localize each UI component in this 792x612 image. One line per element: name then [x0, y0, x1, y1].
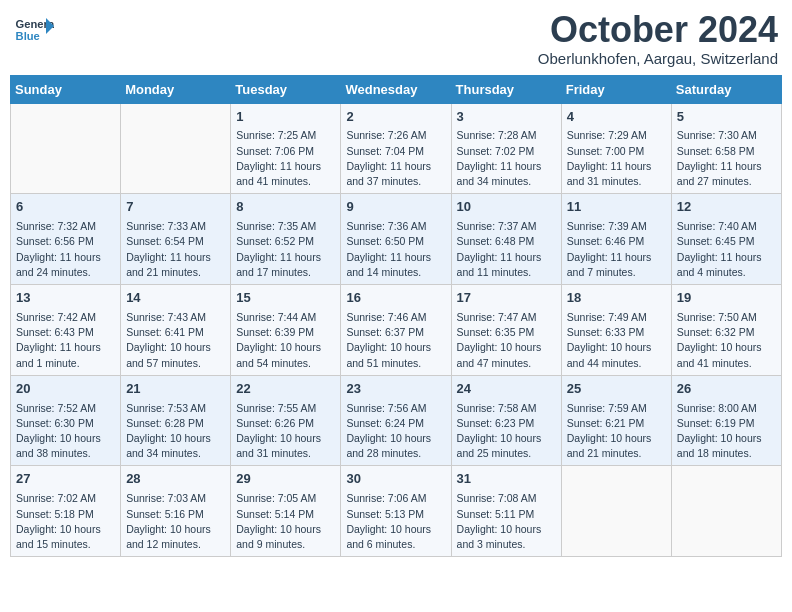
cell-info-line: Sunset: 7:04 PM [346, 144, 445, 159]
cell-info-line: Daylight: 10 hours and 47 minutes. [457, 340, 556, 370]
cell-info-line: Daylight: 11 hours and 11 minutes. [457, 250, 556, 280]
weekday-header-cell: Sunday [11, 75, 121, 103]
calendar-body: 1Sunrise: 7:25 AMSunset: 7:06 PMDaylight… [11, 103, 782, 557]
day-number: 20 [16, 380, 115, 399]
calendar-week-row: 13Sunrise: 7:42 AMSunset: 6:43 PMDayligh… [11, 285, 782, 376]
cell-info-line: Sunset: 6:32 PM [677, 325, 776, 340]
cell-info-line: Sunrise: 7:37 AM [457, 219, 556, 234]
cell-info-line: Sunset: 7:00 PM [567, 144, 666, 159]
day-number: 6 [16, 198, 115, 217]
cell-info-line: Daylight: 10 hours and 41 minutes. [677, 340, 776, 370]
calendar-week-row: 1Sunrise: 7:25 AMSunset: 7:06 PMDaylight… [11, 103, 782, 194]
day-number: 17 [457, 289, 556, 308]
cell-info-line: Sunset: 6:54 PM [126, 234, 225, 249]
cell-info-line: Daylight: 11 hours and 21 minutes. [126, 250, 225, 280]
calendar-cell: 24Sunrise: 7:58 AMSunset: 6:23 PMDayligh… [451, 375, 561, 466]
cell-info-line: Daylight: 11 hours and 7 minutes. [567, 250, 666, 280]
weekday-header-cell: Saturday [671, 75, 781, 103]
cell-info-line: Sunrise: 7:53 AM [126, 401, 225, 416]
calendar-cell: 27Sunrise: 7:02 AMSunset: 5:18 PMDayligh… [11, 466, 121, 557]
day-number: 27 [16, 470, 115, 489]
calendar-cell: 14Sunrise: 7:43 AMSunset: 6:41 PMDayligh… [121, 285, 231, 376]
cell-info-line: Sunset: 5:18 PM [16, 507, 115, 522]
cell-info-line: Daylight: 10 hours and 57 minutes. [126, 340, 225, 370]
day-number: 9 [346, 198, 445, 217]
weekday-header-cell: Monday [121, 75, 231, 103]
day-number: 3 [457, 108, 556, 127]
cell-info-line: Daylight: 11 hours and 4 minutes. [677, 250, 776, 280]
cell-info-line: Daylight: 11 hours and 34 minutes. [457, 159, 556, 189]
cell-info-line: Sunset: 6:43 PM [16, 325, 115, 340]
cell-info-line: Sunrise: 7:50 AM [677, 310, 776, 325]
cell-info-line: Sunrise: 7:03 AM [126, 491, 225, 506]
calendar-cell [561, 466, 671, 557]
calendar-week-row: 6Sunrise: 7:32 AMSunset: 6:56 PMDaylight… [11, 194, 782, 285]
weekday-header-cell: Tuesday [231, 75, 341, 103]
cell-info-line: Sunrise: 7:43 AM [126, 310, 225, 325]
cell-info-line: Daylight: 11 hours and 37 minutes. [346, 159, 445, 189]
cell-info-line: Sunrise: 7:25 AM [236, 128, 335, 143]
title-block: October 2024 Oberlunkhofen, Aargau, Swit… [538, 10, 778, 67]
cell-info-line: Sunrise: 7:28 AM [457, 128, 556, 143]
location-title: Oberlunkhofen, Aargau, Switzerland [538, 50, 778, 67]
day-number: 8 [236, 198, 335, 217]
calendar-cell: 9Sunrise: 7:36 AMSunset: 6:50 PMDaylight… [341, 194, 451, 285]
cell-info-line: Sunrise: 7:49 AM [567, 310, 666, 325]
cell-info-line: Daylight: 11 hours and 27 minutes. [677, 159, 776, 189]
day-number: 26 [677, 380, 776, 399]
cell-info-line: Daylight: 10 hours and 28 minutes. [346, 431, 445, 461]
cell-info-line: Sunset: 5:14 PM [236, 507, 335, 522]
cell-info-line: Sunrise: 7:06 AM [346, 491, 445, 506]
cell-info-line: Sunset: 6:33 PM [567, 325, 666, 340]
cell-info-line: Sunset: 5:13 PM [346, 507, 445, 522]
cell-info-line: Sunrise: 7:46 AM [346, 310, 445, 325]
calendar-cell: 8Sunrise: 7:35 AMSunset: 6:52 PMDaylight… [231, 194, 341, 285]
day-number: 25 [567, 380, 666, 399]
day-number: 23 [346, 380, 445, 399]
cell-info-line: Sunset: 6:37 PM [346, 325, 445, 340]
day-number: 16 [346, 289, 445, 308]
cell-info-line: Daylight: 10 hours and 44 minutes. [567, 340, 666, 370]
day-number: 7 [126, 198, 225, 217]
cell-info-line: Sunrise: 7:29 AM [567, 128, 666, 143]
cell-info-line: Sunset: 6:19 PM [677, 416, 776, 431]
cell-info-line: Sunset: 6:39 PM [236, 325, 335, 340]
cell-info-line: Daylight: 10 hours and 21 minutes. [567, 431, 666, 461]
cell-info-line: Daylight: 10 hours and 38 minutes. [16, 431, 115, 461]
cell-info-line: Sunrise: 7:59 AM [567, 401, 666, 416]
cell-info-line: Sunrise: 7:30 AM [677, 128, 776, 143]
day-number: 28 [126, 470, 225, 489]
calendar-cell: 4Sunrise: 7:29 AMSunset: 7:00 PMDaylight… [561, 103, 671, 194]
cell-info-line: Daylight: 10 hours and 54 minutes. [236, 340, 335, 370]
calendar-cell: 13Sunrise: 7:42 AMSunset: 6:43 PMDayligh… [11, 285, 121, 376]
day-number: 31 [457, 470, 556, 489]
cell-info-line: Daylight: 11 hours and 14 minutes. [346, 250, 445, 280]
calendar-cell: 18Sunrise: 7:49 AMSunset: 6:33 PMDayligh… [561, 285, 671, 376]
cell-info-line: Daylight: 11 hours and 17 minutes. [236, 250, 335, 280]
calendar-week-row: 27Sunrise: 7:02 AMSunset: 5:18 PMDayligh… [11, 466, 782, 557]
calendar-cell: 22Sunrise: 7:55 AMSunset: 6:26 PMDayligh… [231, 375, 341, 466]
cell-info-line: Sunset: 6:48 PM [457, 234, 556, 249]
day-number: 19 [677, 289, 776, 308]
cell-info-line: Sunset: 5:16 PM [126, 507, 225, 522]
day-number: 15 [236, 289, 335, 308]
calendar-cell: 10Sunrise: 7:37 AMSunset: 6:48 PMDayligh… [451, 194, 561, 285]
calendar-week-row: 20Sunrise: 7:52 AMSunset: 6:30 PMDayligh… [11, 375, 782, 466]
cell-info-line: Sunrise: 7:44 AM [236, 310, 335, 325]
cell-info-line: Sunset: 6:41 PM [126, 325, 225, 340]
logo: General Blue [14, 10, 58, 50]
day-number: 1 [236, 108, 335, 127]
calendar-cell: 28Sunrise: 7:03 AMSunset: 5:16 PMDayligh… [121, 466, 231, 557]
cell-info-line: Sunrise: 7:36 AM [346, 219, 445, 234]
calendar-cell: 23Sunrise: 7:56 AMSunset: 6:24 PMDayligh… [341, 375, 451, 466]
cell-info-line: Sunrise: 7:26 AM [346, 128, 445, 143]
calendar-cell: 2Sunrise: 7:26 AMSunset: 7:04 PMDaylight… [341, 103, 451, 194]
calendar-cell: 3Sunrise: 7:28 AMSunset: 7:02 PMDaylight… [451, 103, 561, 194]
day-number: 13 [16, 289, 115, 308]
cell-info-line: Daylight: 11 hours and 24 minutes. [16, 250, 115, 280]
calendar-cell: 5Sunrise: 7:30 AMSunset: 6:58 PMDaylight… [671, 103, 781, 194]
cell-info-line: Daylight: 10 hours and 12 minutes. [126, 522, 225, 552]
day-number: 5 [677, 108, 776, 127]
cell-info-line: Sunset: 7:02 PM [457, 144, 556, 159]
day-number: 21 [126, 380, 225, 399]
